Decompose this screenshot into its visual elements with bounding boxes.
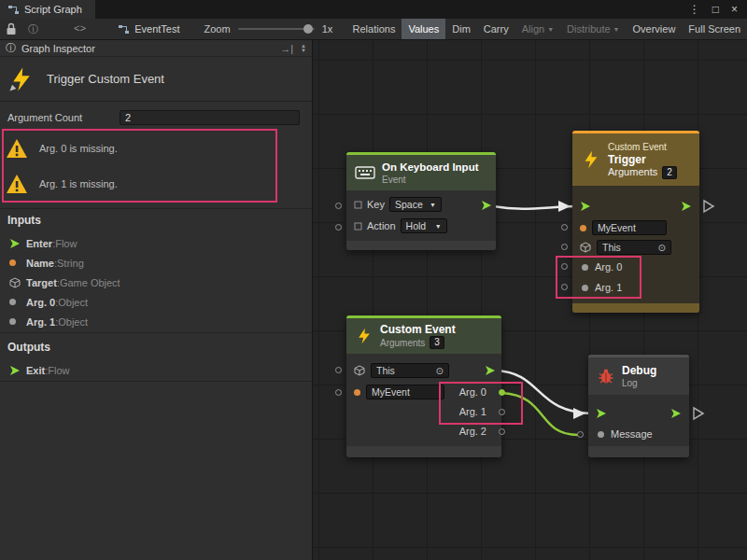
script-graph-icon bbox=[7, 4, 20, 16]
node-debug-log[interactable]: Debug Log Message bbox=[588, 355, 689, 457]
node-subtitle: Log bbox=[622, 377, 656, 389]
input-row-arg0: Arg. 0 : Object bbox=[0, 292, 312, 312]
key-port[interactable] bbox=[335, 203, 342, 209]
close-icon[interactable]: × bbox=[731, 3, 738, 16]
node-kind: Custom Event bbox=[608, 141, 677, 153]
graph-asset-icon bbox=[118, 23, 130, 35]
node-on-keyboard-input[interactable]: On Keyboard Input Event Key Space▼ Actio… bbox=[346, 152, 496, 250]
distribute-button[interactable]: Distribute▼ bbox=[560, 19, 626, 39]
debug-exit-triangle-icon[interactable] bbox=[694, 408, 703, 419]
wire-arrowhead bbox=[558, 201, 571, 212]
object-port-icon bbox=[9, 318, 26, 325]
argument-count-input[interactable]: 2 bbox=[120, 110, 300, 125]
target-port[interactable] bbox=[335, 367, 342, 373]
event-name-field[interactable]: MyEvent bbox=[366, 385, 444, 399]
target-row: This⊙ bbox=[346, 361, 501, 380]
node-subtitle: Event bbox=[382, 174, 479, 186]
overview-button[interactable]: Overview bbox=[627, 19, 683, 39]
flow-arrow-icon bbox=[9, 238, 26, 249]
event-name-port[interactable] bbox=[561, 224, 568, 231]
input-row-name: Name : String bbox=[0, 253, 312, 273]
divider bbox=[0, 381, 312, 382]
relations-button[interactable]: Relations bbox=[346, 19, 402, 39]
key-dropdown[interactable]: Space▼ bbox=[389, 197, 442, 212]
message-port[interactable] bbox=[577, 431, 584, 438]
arg1-port[interactable] bbox=[561, 284, 568, 290]
bug-icon bbox=[597, 368, 615, 385]
panel-scroll-arrows[interactable]: ▲▼ bbox=[301, 44, 306, 53]
code-view-icon[interactable]: <> bbox=[74, 23, 86, 35]
tab-script-graph[interactable]: Script Graph bbox=[0, 0, 95, 19]
wire-arguments-to-debug[interactable] bbox=[496, 371, 594, 413]
unit-title-block: Trigger Custom Event bbox=[0, 57, 312, 102]
divider bbox=[0, 332, 312, 333]
caret-down-icon: ▼ bbox=[435, 223, 442, 230]
message-label: Message bbox=[611, 428, 653, 440]
node-trigger-custom-event[interactable]: Custom Event Trigger Arguments2 MyEvent … bbox=[572, 131, 699, 313]
action-row: Action Hold▼ bbox=[346, 216, 496, 236]
dock-icon[interactable]: →| bbox=[280, 43, 293, 54]
output-row-exit: Exit : Flow bbox=[0, 360, 312, 380]
warning-icon bbox=[6, 174, 28, 194]
flow-out-port[interactable] bbox=[681, 201, 692, 212]
flow-row bbox=[588, 404, 689, 423]
node-footer bbox=[346, 241, 496, 250]
node-subtitle: Arguments3 bbox=[380, 336, 456, 349]
node-custom-event-arguments[interactable]: Custom Event Arguments3 This⊙ MyEvent Ar… bbox=[346, 315, 501, 457]
lightning-icon bbox=[581, 149, 601, 170]
flow-out-port[interactable] bbox=[485, 365, 496, 376]
flow-in-port[interactable] bbox=[596, 408, 607, 419]
arg2-out-port[interactable] bbox=[499, 428, 505, 435]
object-port-icon bbox=[582, 285, 588, 291]
wire-arg0-to-message[interactable] bbox=[502, 393, 578, 435]
trigger-exit-triangle-icon[interactable] bbox=[704, 201, 713, 212]
lightning-icon bbox=[355, 327, 374, 345]
align-button[interactable]: Align▼ bbox=[515, 19, 560, 39]
titlebar: Script Graph ⋮ □ × bbox=[0, 0, 747, 19]
flow-out-port[interactable] bbox=[670, 408, 682, 419]
inputs-section: Inputs Enter : Flow Name : String Target… bbox=[0, 214, 312, 331]
object-port-icon bbox=[9, 299, 26, 305]
action-dropdown[interactable]: Hold▼ bbox=[401, 218, 447, 233]
flow-in-port[interactable] bbox=[580, 201, 591, 212]
string-port-icon bbox=[354, 389, 360, 396]
caret-down-icon: ▼ bbox=[430, 202, 436, 208]
event-name-field[interactable]: MyEvent bbox=[592, 220, 667, 235]
window-menu-icon[interactable]: ⋮ bbox=[689, 3, 700, 16]
zoom-slider[interactable] bbox=[238, 28, 315, 30]
divider bbox=[0, 208, 312, 209]
node-header: Custom Event Arguments3 bbox=[346, 318, 501, 354]
graph-canvas[interactable]: On Keyboard Input Event Key Space▼ Actio… bbox=[313, 40, 747, 560]
fullscreen-button[interactable]: Full Screen bbox=[682, 19, 747, 39]
arg1-out-port[interactable] bbox=[499, 409, 505, 415]
node-title: Debug bbox=[622, 364, 656, 377]
action-type-icon bbox=[354, 222, 362, 231]
dim-button[interactable]: Dim bbox=[445, 19, 477, 39]
lock-icon[interactable] bbox=[6, 22, 17, 35]
arg0-out-port[interactable] bbox=[499, 389, 505, 396]
object-picker-icon[interactable]: ⊙ bbox=[658, 243, 666, 253]
warning-icon bbox=[6, 138, 28, 159]
node-header: Custom Event Trigger Arguments2 bbox=[572, 133, 699, 186]
action-port[interactable] bbox=[335, 224, 342, 231]
zoom-slider-thumb[interactable] bbox=[303, 24, 313, 34]
target-port[interactable] bbox=[561, 244, 568, 250]
warning-arg1: Arg. 1 is missing. bbox=[6, 167, 284, 201]
object-picker-icon[interactable]: ⊙ bbox=[436, 366, 444, 376]
zoom-value: 1x bbox=[322, 23, 333, 35]
flow-out-port[interactable] bbox=[481, 200, 492, 211]
target-field[interactable]: This⊙ bbox=[371, 363, 449, 378]
carry-button[interactable]: Carry bbox=[477, 19, 515, 39]
event-name-port[interactable] bbox=[335, 389, 342, 396]
arg0-port[interactable] bbox=[561, 263, 568, 270]
maximize-icon[interactable]: □ bbox=[712, 3, 719, 16]
target-field[interactable]: This⊙ bbox=[597, 240, 671, 255]
info-icon[interactable]: ⓘ bbox=[28, 22, 38, 36]
target-row: This⊙ bbox=[572, 239, 699, 256]
arg-count-badge[interactable]: 2 bbox=[662, 166, 677, 179]
arg-count-badge[interactable]: 3 bbox=[430, 336, 444, 349]
values-button[interactable]: Values bbox=[402, 19, 445, 39]
graph-breadcrumb[interactable]: EventTest bbox=[118, 23, 179, 35]
wire-arrowhead bbox=[573, 408, 585, 419]
object-port-icon bbox=[582, 264, 588, 271]
